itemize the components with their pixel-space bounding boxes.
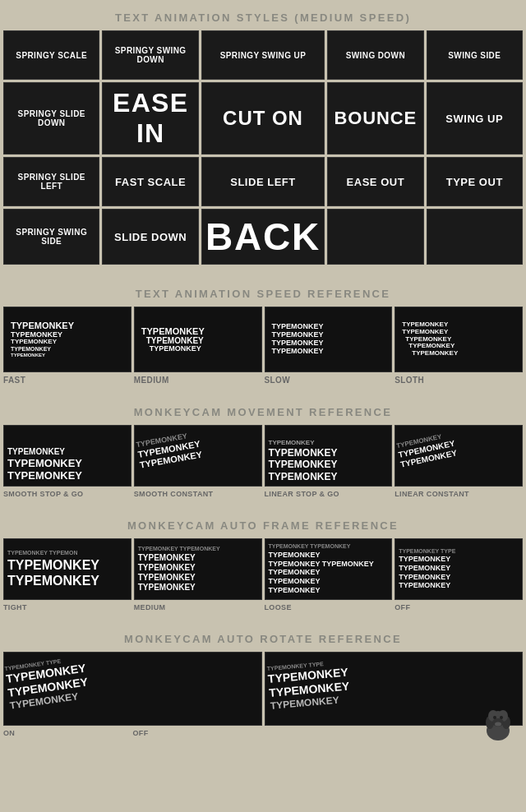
anim-cell-cut-on[interactable]: CUT ON xyxy=(201,82,325,155)
movement-label-linear-constant: LINEAR CONSTANT xyxy=(394,488,523,500)
cam-cell-medium-frame[interactable]: TYPEMONKEY TYPEMONKEY TYPEMONKEY TYPEMON… xyxy=(134,538,262,600)
speed-label-slow: SLOW xyxy=(265,374,393,386)
anim-cell-empty-2 xyxy=(427,209,523,265)
rotate-label-on: ON xyxy=(3,727,131,739)
svg-point-8 xyxy=(500,716,503,719)
frame-grid: TYPEMONKEY TYPEMON TYPEMONKEY TYPEMONKEY… xyxy=(0,538,526,602)
speed-grid: TYPEMONKEY TYPEMONKEY TYPEMONKEY TYPEMON… xyxy=(0,307,526,374)
anim-cell-swing-up[interactable]: SWING UP xyxy=(427,82,523,155)
rotate-grid: TYPEMONKEY TYPE TYPEMONKEY TYPEMONKEY TY… xyxy=(0,652,526,727)
section-title-speed: TEXT ANIMATION SPEED REFERENCE xyxy=(0,276,526,307)
anim-cell-ease-in[interactable]: EASE IN xyxy=(102,82,198,155)
anim-cell-swing-down[interactable]: SWING DOWN xyxy=(327,30,423,80)
anim-cell-type-out[interactable]: TYPE OUT xyxy=(427,157,523,206)
anim-cell-empty-1 xyxy=(327,209,423,265)
anim-cell-back[interactable]: BACK xyxy=(201,209,325,265)
frame-label-medium: MEDIUM xyxy=(134,602,262,613)
anim-cell-ease-out[interactable]: EASE OUT xyxy=(327,157,423,206)
anim-cell-springy-swing-up[interactable]: SPRINGY SWING UP xyxy=(201,30,325,80)
anim-cell-springy-slide-down[interactable]: SPRINGY SLIDE DOWN xyxy=(3,82,99,155)
speed-label-fast: FAST xyxy=(3,374,132,386)
anim-styles-grid: SPRINGY SCALE SPRINGY SWING DOWN SPRINGY… xyxy=(0,30,526,268)
frame-label-off: OFF xyxy=(394,602,523,613)
anim-cell-springy-swing-side[interactable]: SPRINGY SWING SIDE xyxy=(3,209,99,265)
cam-cell-smooth-stop-go[interactable]: TYPEMONKEY TYPEMONKEY TYPEMONKEY xyxy=(3,425,132,487)
speed-cell-slow[interactable]: TYPEMONKEY TYPEMONKEY TYPEMONKEY TYPEMON… xyxy=(265,307,393,372)
section-title-autorotate: MONKEYCAM AUTO ROTATE REFERENCE xyxy=(0,621,526,652)
rotate-label-off: OFF xyxy=(133,727,261,739)
speed-cell-medium[interactable]: TYPEMONKEY TYPEMONKEY TYPEMONKEY xyxy=(134,307,262,372)
gorilla-icon xyxy=(478,704,518,747)
movement-label-linear-stop-go: LINEAR STOP & GO xyxy=(265,488,393,500)
speed-label-sloth: SLOTH xyxy=(394,374,523,386)
frame-label-tight: TIGHT xyxy=(3,602,132,613)
movement-label-smooth-constant: SMOOTH CONSTANT xyxy=(134,488,262,500)
cam-cell-linear-constant[interactable]: TYPEMONKEY TYPEMONKEY TYPEMONKEY xyxy=(394,425,523,487)
anim-cell-fast-scale[interactable]: FAST SCALE xyxy=(102,157,198,206)
cam-cell-tight[interactable]: TYPEMONKEY TYPEMON TYPEMONKEY TYPEMONKEY xyxy=(3,538,132,600)
cam-cell-rotate-on[interactable]: TYPEMONKEY TYPE TYPEMONKEY TYPEMONKEY TY… xyxy=(3,652,262,726)
anim-cell-slide-left[interactable]: SLIDE LEFT xyxy=(201,157,325,206)
section-title-autoframe: MONKEYCAM AUTO FRAME REFERENCE xyxy=(0,508,526,538)
anim-cell-slide-down[interactable]: SLIDE DOWN xyxy=(102,209,198,265)
section-title-movement: MONKEYCAM MOVEMENT REFERENCE xyxy=(0,394,526,425)
movement-label-smooth-stop-go: SMOOTH STOP & GO xyxy=(3,488,132,500)
speed-cell-fast[interactable]: TYPEMONKEY TYPEMONKEY TYPEMONKEY TYPEMON… xyxy=(3,307,132,372)
cam-cell-smooth-constant[interactable]: TYPEMONKEY TYPEMONKEY TYPEMONKEY xyxy=(134,425,262,487)
speed-cell-sloth[interactable]: TYPEMONKEY TYPEMONKEY TYPEMONKEY TYPEMON… xyxy=(394,307,523,372)
anim-cell-bounce[interactable]: BOUNCE xyxy=(327,82,423,155)
section-title-anim: TEXT ANIMATION STYLES (MEDIUM SPEED) xyxy=(0,0,526,30)
svg-point-7 xyxy=(493,716,496,719)
svg-point-9 xyxy=(495,722,501,727)
anim-cell-swing-side[interactable]: SWING SIDE xyxy=(427,30,523,80)
speed-label-medium: MEDIUM xyxy=(134,374,262,386)
cam-cell-linear-stop-go[interactable]: TYPEMONKEY TYPEMONKEY TYPEMONKEY TYPEMON… xyxy=(265,425,393,487)
anim-cell-springy-slide-left[interactable]: SPRINGY SLIDE LEFT xyxy=(3,157,99,206)
anim-cell-springy-scale[interactable]: SPRINGY SCALE xyxy=(3,30,99,80)
movement-grid: TYPEMONKEY TYPEMONKEY TYPEMONKEY TYPEMON… xyxy=(0,425,526,488)
cam-cell-loose[interactable]: TYPEMONKEY TYPEMONKEY TYPEMONKEY TYPEMON… xyxy=(265,538,393,600)
frame-label-loose: LOOSE xyxy=(265,602,393,613)
anim-cell-springy-swing-down[interactable]: SPRINGY SWING DOWN xyxy=(102,30,198,80)
cam-cell-off[interactable]: TYPEMONKEY TYPE TYPEMONKEY TYPEMONKEY TY… xyxy=(394,538,523,600)
